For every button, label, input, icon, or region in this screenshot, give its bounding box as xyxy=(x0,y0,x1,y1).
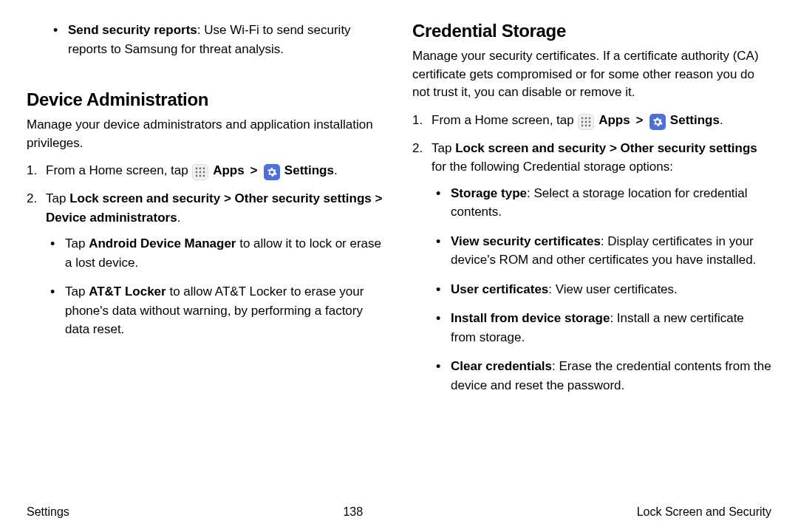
svg-point-14 xyxy=(589,121,591,123)
two-column-layout: Send security reports: Use Wi-Fi to send… xyxy=(27,21,771,501)
continuation-bullet-list: Send security reports: Use Wi-Fi to send… xyxy=(27,21,386,69)
list-item: Clear credentials: Erase the credential … xyxy=(451,357,771,395)
svg-point-8 xyxy=(203,175,205,177)
section-intro: Manage your security certificates. If a … xyxy=(412,47,771,102)
settings-gear-icon xyxy=(649,114,666,130)
bullet-text: Tap xyxy=(65,236,89,250)
bullet-text: Tap xyxy=(65,284,89,299)
svg-point-2 xyxy=(203,168,205,170)
list-item: Tap Android Device Manager to allow it t… xyxy=(65,234,386,272)
list-item: Storage type: Select a storage location … xyxy=(451,184,771,222)
svg-point-3 xyxy=(196,171,198,174)
step-bold-path: Lock screen and security > Other securit… xyxy=(455,141,757,155)
step-text-rest: for the following Credential storage opt… xyxy=(432,160,673,174)
footer-left: Settings xyxy=(27,505,69,519)
footer-right: Lock Screen and Security xyxy=(637,505,771,519)
step-text-end: . xyxy=(720,113,723,127)
svg-point-6 xyxy=(196,175,198,177)
list-item: User certificates: View user certificate… xyxy=(451,280,771,299)
svg-point-10 xyxy=(585,117,587,120)
section-heading-credential-storage: Credential Storage xyxy=(412,21,771,41)
bullet-bold: Android Device Manager xyxy=(89,236,236,250)
bullet-bold: View security certificates xyxy=(451,234,601,248)
settings-label: Settings xyxy=(670,113,720,127)
step-bold-path: Lock screen and security > Other securit… xyxy=(46,191,382,225)
section-intro: Manage your device administrators and ap… xyxy=(27,116,386,152)
right-column: Credential Storage Manage your security … xyxy=(412,21,771,501)
section-heading-device-admin: Device Administration xyxy=(27,89,386,110)
page-footer: Settings 138 Lock Screen and Security xyxy=(27,501,771,519)
svg-point-13 xyxy=(585,121,587,123)
svg-point-0 xyxy=(196,168,198,170)
svg-point-1 xyxy=(200,168,202,170)
bullet-bold: User certificates xyxy=(451,282,548,296)
apps-icon xyxy=(192,164,208,180)
svg-point-12 xyxy=(582,121,584,123)
svg-point-7 xyxy=(200,175,202,177)
apps-label: Apps xyxy=(213,163,245,177)
chevron-right-icon: > xyxy=(250,163,257,177)
apps-icon xyxy=(578,114,594,130)
step-item: Tap Lock screen and security > Other sec… xyxy=(46,189,386,339)
svg-point-17 xyxy=(589,125,591,127)
svg-point-5 xyxy=(203,171,205,174)
bullet-bold: Install from device storage xyxy=(451,311,610,325)
left-column: Send security reports: Use Wi-Fi to send… xyxy=(27,21,386,501)
ordered-steps: From a Home screen, tap Apps > Settings.… xyxy=(412,111,771,406)
step-text-end: . xyxy=(177,211,181,225)
ordered-steps: From a Home screen, tap Apps > Settings.… xyxy=(27,161,386,349)
svg-point-15 xyxy=(582,125,584,127)
svg-point-11 xyxy=(589,117,591,120)
step-text: Tap xyxy=(46,191,69,205)
chevron-right-icon: > xyxy=(635,113,643,127)
bullet-bold: Storage type xyxy=(451,186,527,200)
step-item: Tap Lock screen and security > Other sec… xyxy=(432,139,771,395)
step-text: From a Home screen, tap xyxy=(432,113,577,127)
sub-bullet-list: Storage type: Select a storage location … xyxy=(432,184,771,395)
list-item: Send security reports: Use Wi-Fi to send… xyxy=(68,21,386,58)
bullet-bold: AT&T Locker xyxy=(89,284,166,299)
svg-point-16 xyxy=(585,125,587,127)
step-item: From a Home screen, tap Apps > Settings. xyxy=(432,111,771,130)
svg-point-9 xyxy=(582,117,584,120)
sub-bullet-list: Tap Android Device Manager to allow it t… xyxy=(46,234,386,339)
bullet-bold: Send security reports xyxy=(68,23,197,37)
svg-point-4 xyxy=(200,171,202,174)
manual-page: Send security reports: Use Wi-Fi to send… xyxy=(0,0,798,532)
bullet-text: : View user certificates. xyxy=(548,282,677,296)
settings-label: Settings xyxy=(284,163,334,177)
list-item: Install from device storage: Install a n… xyxy=(451,309,771,347)
page-number: 138 xyxy=(343,505,363,519)
step-text: From a Home screen, tap xyxy=(46,163,191,177)
bullet-bold: Clear credentials xyxy=(451,359,552,373)
step-item: From a Home screen, tap Apps > Settings. xyxy=(46,161,386,180)
apps-label: Apps xyxy=(598,113,630,127)
settings-gear-icon xyxy=(264,164,280,180)
list-item: Tap AT&T Locker to allow AT&T Locker to … xyxy=(65,282,386,339)
step-text-end: . xyxy=(334,163,338,177)
list-item: View security certificates: Display cert… xyxy=(451,232,771,270)
step-text: Tap xyxy=(432,141,455,155)
